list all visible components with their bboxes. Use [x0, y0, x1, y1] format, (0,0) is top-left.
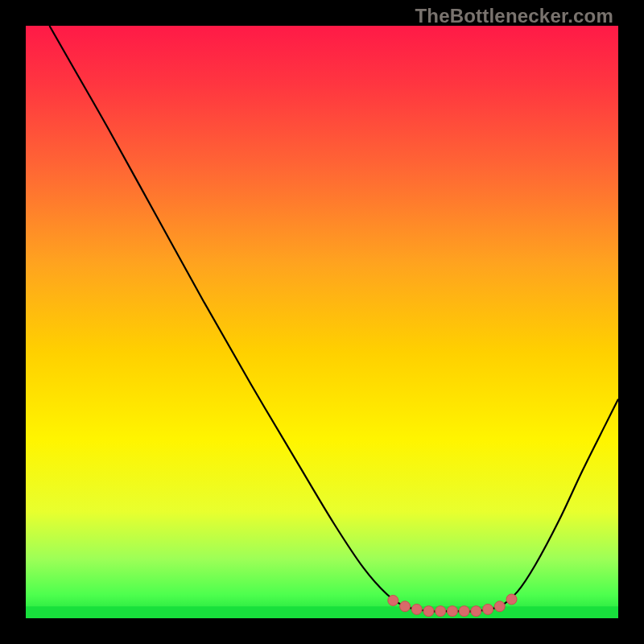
- marker-dot: [494, 601, 505, 612]
- marker-dot: [506, 594, 517, 605]
- marker-dot: [459, 606, 469, 617]
- chart-frame: [26, 26, 618, 618]
- marker-dot: [400, 601, 411, 612]
- chart-svg: [26, 26, 618, 618]
- green-floor-band: [26, 606, 618, 618]
- marker-dot: [436, 606, 446, 617]
- marker-dot: [423, 606, 434, 617]
- marker-dot: [471, 606, 481, 617]
- gradient-background: [26, 26, 618, 618]
- watermark-text: TheBottlenecker.com: [415, 5, 613, 27]
- marker-dot: [447, 606, 457, 617]
- marker-dot: [388, 595, 398, 605]
- marker-dot: [483, 604, 493, 614]
- marker-dot: [411, 604, 422, 614]
